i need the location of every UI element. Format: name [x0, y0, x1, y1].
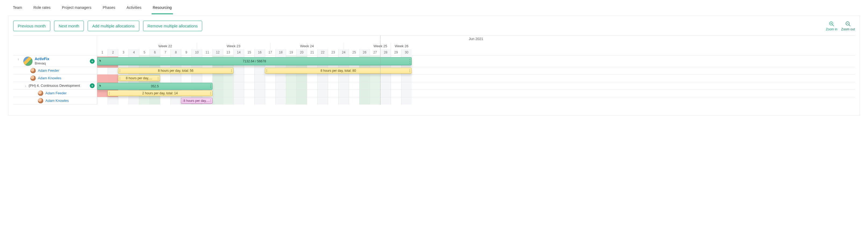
resize-handle-right[interactable]	[409, 69, 411, 73]
allocation-bar[interactable]: 8 hours per day, total: 56	[118, 68, 234, 74]
day-label: 18	[275, 49, 286, 56]
day-label: 15	[244, 49, 254, 56]
bar-label: 7132.64 / 56678	[243, 59, 266, 63]
day-label: 14	[234, 49, 244, 56]
remove-allocations-button[interactable]: Remove multiple allocations	[143, 21, 203, 31]
zoom-out-icon	[845, 21, 851, 27]
bar-label: 8 hours per day, total: 80	[320, 69, 356, 73]
row-user[interactable]: Adam Feeder	[13, 90, 97, 97]
previous-month-button[interactable]: Previous month	[13, 21, 50, 31]
resourcing-panel: Previous month Next month Add multiple a…	[8, 15, 860, 115]
tabs: Team Role rates Project managers Phases …	[0, 0, 868, 14]
zoom-out-button[interactable]: Zoom out	[841, 21, 855, 31]
gantt-left-column: ↓ ActivFix Brevaq + Adam Feeder Adam Kno…	[13, 36, 97, 104]
week-label: Week 22	[128, 43, 202, 49]
resize-handle-left[interactable]	[98, 58, 100, 65]
user-name[interactable]: Adam Knowles	[45, 99, 69, 103]
zoom-in-label: Zoom in	[826, 27, 837, 31]
resize-handle-right[interactable]	[210, 99, 211, 103]
resize-handle-left[interactable]	[182, 99, 184, 103]
zoom-in-icon	[829, 21, 835, 27]
phase-label: (PH) 4. Continuous Development	[29, 83, 80, 88]
day-label: 5	[139, 49, 150, 56]
add-phase-task-button[interactable]: +	[90, 83, 95, 88]
bar-label: 8 hours per day,…	[126, 76, 152, 80]
date-marker	[380, 36, 380, 104]
resize-handle-right[interactable]	[409, 58, 411, 65]
next-month-button[interactable]: Next month	[54, 21, 84, 31]
toolbar: Previous month Next month Add multiple a…	[13, 21, 855, 31]
day-label: 12	[212, 49, 223, 56]
bar-label: 8 hours per day,…	[184, 99, 210, 103]
day-label: 28	[380, 49, 391, 56]
row-project[interactable]: ↓ ActivFix Brevaq +	[13, 56, 97, 67]
tab-activities[interactable]: Activities	[125, 3, 142, 14]
left-header-spacer	[13, 36, 97, 56]
day-label: 1	[97, 49, 107, 56]
allocation-bar[interactable]: 2 hours per day, total: 14	[107, 90, 212, 96]
avatar	[38, 98, 43, 103]
day-label: 30	[401, 49, 412, 56]
avatar	[23, 57, 33, 66]
day-label: 9	[181, 49, 191, 56]
row-user[interactable]: Adam Knowles	[13, 74, 97, 82]
resize-handle-right[interactable]	[210, 83, 211, 89]
day-label: 6	[150, 49, 160, 56]
day-label: 24	[338, 49, 349, 56]
day-label: 20	[296, 49, 307, 56]
resize-handle-left[interactable]	[108, 91, 110, 95]
add-allocations-button[interactable]: Add multiple allocations	[88, 21, 139, 31]
resize-handle-left[interactable]	[119, 76, 121, 80]
resize-handle-left[interactable]	[98, 83, 100, 89]
allocation-bar[interactable]: 8 hours per day,…	[118, 75, 160, 81]
gantt-timeline[interactable]: Jun 2021 Week 22Week 23Week 24Week 25Wee…	[97, 36, 855, 104]
chevron-down-icon[interactable]: ↓	[18, 57, 19, 61]
day-label: 23	[328, 49, 338, 56]
tab-project-managers[interactable]: Project managers	[61, 3, 93, 14]
timeline-header: Jun 2021 Week 22Week 23Week 24Week 25Wee…	[97, 36, 855, 56]
tab-phases[interactable]: Phases	[102, 3, 117, 14]
day-label: 26	[359, 49, 370, 56]
tab-resourcing[interactable]: Resourcing	[152, 3, 173, 14]
resize-handle-right[interactable]	[210, 91, 211, 95]
svg-line-5	[849, 25, 850, 26]
day-label: 17	[265, 49, 275, 56]
tab-role-rates[interactable]: Role rates	[32, 3, 52, 14]
avatar	[30, 75, 36, 81]
unavailable-span	[97, 74, 118, 82]
add-project-task-button[interactable]: +	[90, 59, 95, 64]
gantt: ↓ ActivFix Brevaq + Adam Feeder Adam Kno…	[13, 35, 855, 104]
day-label: 25	[349, 49, 359, 56]
day-label: 27	[370, 49, 380, 56]
summary-bar[interactable]: 7132.64 / 56678	[97, 57, 412, 65]
user-name[interactable]: Adam Feeder	[38, 69, 59, 73]
day-label: 10	[191, 49, 202, 56]
row-phase[interactable]: ↓ (PH) 4. Continuous Development +	[13, 82, 97, 90]
day-label: 21	[307, 49, 317, 56]
zoom-out-label: Zoom out	[841, 27, 855, 31]
resize-handle-left[interactable]	[266, 69, 268, 73]
allocation-bar[interactable]: 8 hours per day, total: 80	[265, 68, 412, 74]
user-name[interactable]: Adam Knowles	[38, 76, 61, 80]
summary-bar[interactable]: 352.5	[97, 83, 212, 90]
bar-label: 352.5	[151, 84, 159, 88]
project-title: ActivFix	[35, 57, 49, 61]
day-label: 2	[107, 49, 118, 56]
zoom-in-button[interactable]: Zoom in	[826, 21, 837, 31]
user-name[interactable]: Adam Feeder	[45, 91, 67, 95]
day-label: 13	[223, 49, 234, 56]
row-user[interactable]: Adam Feeder	[13, 67, 97, 74]
day-label: 22	[317, 49, 328, 56]
row-user[interactable]: Adam Knowles	[13, 97, 97, 104]
resize-handle-right[interactable]	[231, 69, 232, 73]
allocation-bar[interactable]: 8 hours per day,…	[181, 98, 212, 104]
chevron-down-icon[interactable]: ↓	[25, 84, 27, 87]
resize-handle-right[interactable]	[157, 76, 159, 80]
timeline-body[interactable]: 7132.64 / 566788 hours per day, total: 5…	[97, 56, 855, 104]
resize-handle-left[interactable]	[119, 69, 121, 73]
month-label: Jun 2021	[97, 37, 855, 41]
tab-team[interactable]: Team	[12, 3, 23, 14]
project-subtitle: Brevaq	[35, 61, 49, 66]
day-label: 16	[254, 49, 265, 56]
day-label: 11	[202, 49, 212, 56]
